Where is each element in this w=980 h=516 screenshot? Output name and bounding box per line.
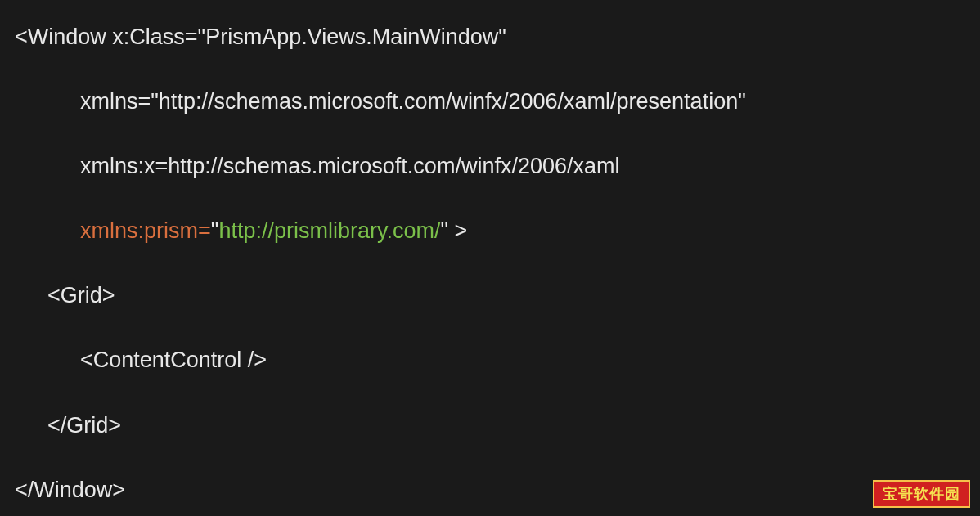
code-line-7: </Grid> [15, 411, 965, 440]
watermark-badge: 宝哥软件园 [873, 480, 970, 508]
code-line-2: xmlns="http://schemas.microsoft.com/winf… [15, 87, 965, 116]
code-line-3: xmlns:x=http://schemas.microsoft.com/win… [15, 152, 965, 181]
xmlns-prism-attr: xmlns:prism= [80, 218, 211, 243]
quote-open: " [211, 218, 219, 243]
code-line-8: </Window> [15, 476, 965, 505]
code-line-1: <Window x:Class="PrismApp.Views.MainWind… [15, 23, 965, 52]
prism-url: http://prismlibrary.com/ [218, 218, 440, 243]
code-line-4: xmlns:prism="http://prismlibrary.com/" > [15, 217, 965, 245]
quote-close: " [440, 218, 448, 243]
code-block: <Window x:Class="PrismApp.Views.MainWind… [0, 0, 980, 516]
code-line-5: <Grid> [15, 281, 965, 310]
code-line-6: <ContentControl /> [15, 346, 965, 375]
tag-close: > [448, 218, 467, 243]
